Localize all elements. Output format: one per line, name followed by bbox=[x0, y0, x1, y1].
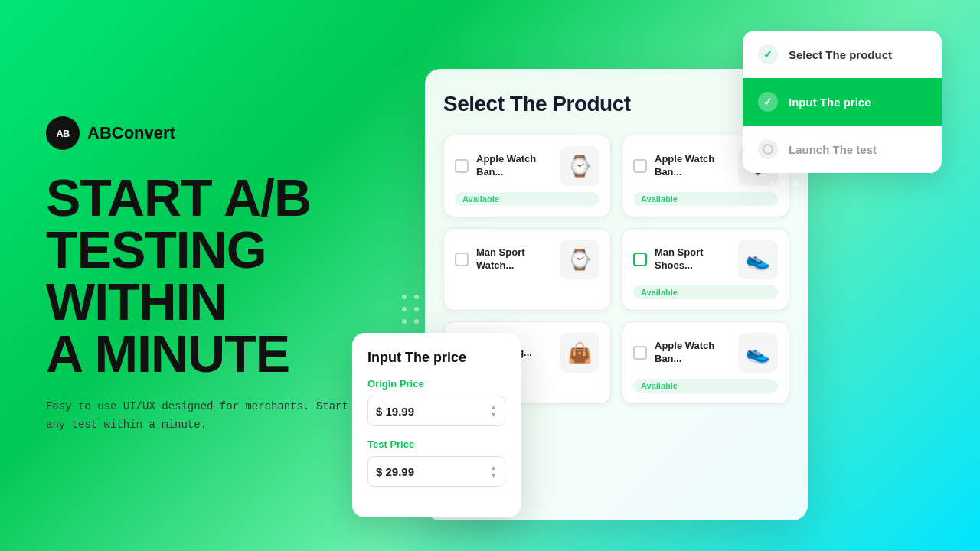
origin-price-input[interactable]: $ 19.99 ▲ ▼ bbox=[368, 396, 505, 426]
decorative-dots-2 bbox=[766, 153, 827, 214]
wizard-panel: ✓ Select The product ✓ Input The price L… bbox=[743, 31, 942, 173]
test-price-label: Test Price bbox=[368, 439, 505, 450]
stepper-down-icon[interactable]: ▼ bbox=[490, 412, 497, 419]
svg-point-3 bbox=[426, 295, 431, 299]
product-image-4: 👟 bbox=[738, 240, 778, 279]
origin-price-stepper[interactable]: ▲ ▼ bbox=[490, 404, 497, 419]
svg-point-2 bbox=[414, 295, 419, 299]
available-badge-6: Available bbox=[633, 379, 778, 393]
product-name-1: Apple Watch Ban... bbox=[476, 153, 552, 179]
product-card-1[interactable]: Apple Watch Ban... ⌚ Available bbox=[443, 135, 611, 217]
stepper-up-icon[interactable]: ▲ bbox=[490, 404, 497, 411]
product-checkbox-6[interactable] bbox=[633, 346, 647, 360]
svg-point-9 bbox=[426, 319, 431, 324]
svg-point-15 bbox=[794, 169, 799, 174]
svg-point-12 bbox=[794, 157, 799, 161]
wizard-step-1-label: Select The product bbox=[789, 48, 892, 61]
svg-point-10 bbox=[769, 157, 774, 161]
logo-icon: AB bbox=[46, 116, 80, 150]
svg-point-16 bbox=[769, 181, 774, 186]
test-price-value: $ 29.99 bbox=[376, 465, 490, 478]
step-active-icon: ✓ bbox=[758, 92, 778, 112]
hero-subtitle: Easy to use UI/UX designed for merchants… bbox=[46, 398, 368, 435]
test-stepper-up-icon[interactable]: ▲ bbox=[490, 465, 497, 471]
product-card-6[interactable]: Apple Watch Ban... 👟 Available bbox=[622, 321, 789, 404]
origin-price-label: Origin Price bbox=[368, 378, 505, 390]
product-checkbox-3[interactable] bbox=[455, 253, 469, 266]
test-stepper-down-icon[interactable]: ▼ bbox=[490, 472, 497, 479]
product-image-1: ⌚ bbox=[560, 146, 599, 186]
svg-point-7 bbox=[402, 319, 407, 324]
product-image-3: ⌚ bbox=[560, 240, 599, 279]
panel-title: Select The Product bbox=[443, 92, 789, 116]
product-name-3: Man Sport Watch... bbox=[476, 246, 552, 272]
price-panel-title: Input The price bbox=[368, 350, 505, 366]
product-checkbox-1[interactable] bbox=[455, 159, 469, 173]
svg-point-18 bbox=[794, 181, 799, 186]
origin-price-value: $ 19.99 bbox=[376, 405, 490, 418]
product-checkbox-4[interactable] bbox=[633, 253, 647, 266]
svg-point-6 bbox=[426, 307, 431, 311]
step-done-icon: ✓ bbox=[758, 44, 778, 64]
wizard-step-2-label: Input The price bbox=[789, 96, 871, 109]
test-price-input[interactable]: $ 29.99 ▲ ▼ bbox=[368, 456, 505, 487]
product-checkbox-2[interactable] bbox=[633, 159, 647, 173]
svg-point-8 bbox=[414, 319, 419, 324]
test-price-stepper[interactable]: ▲ ▼ bbox=[490, 465, 497, 479]
wizard-step-1[interactable]: ✓ Select The product bbox=[743, 31, 942, 78]
product-card-4[interactable]: Man Sport Shoes... 👟 Available bbox=[622, 228, 789, 311]
product-name-2: Apple Watch Ban... bbox=[655, 153, 730, 179]
wizard-step-2[interactable]: ✓ Input The price bbox=[743, 78, 942, 126]
available-badge-1: Available bbox=[455, 192, 599, 206]
hero-title: START A/B TESTING WITHIN A MINUTE bbox=[46, 171, 368, 380]
available-badge-4: Available bbox=[633, 285, 778, 299]
product-name-4: Man Sport Shoes... bbox=[655, 246, 730, 272]
available-badge-2: Available bbox=[633, 192, 778, 206]
left-section: AB ABConvert START A/B TESTING WITHIN A … bbox=[46, 0, 368, 551]
svg-point-11 bbox=[782, 157, 786, 161]
svg-point-17 bbox=[782, 181, 786, 186]
svg-point-4 bbox=[402, 307, 407, 311]
logo: AB ABConvert bbox=[46, 116, 368, 150]
svg-point-14 bbox=[782, 169, 786, 174]
product-image-5: 👜 bbox=[560, 333, 599, 373]
svg-point-13 bbox=[769, 169, 774, 174]
product-image-6: 👟 bbox=[738, 333, 778, 373]
logo-name: ABConvert bbox=[87, 123, 175, 143]
product-name-6: Apple Watch Ban... bbox=[655, 340, 730, 366]
price-panel: Input The price Origin Price $ 19.99 ▲ ▼… bbox=[352, 333, 521, 517]
svg-point-5 bbox=[414, 307, 419, 311]
svg-point-1 bbox=[402, 295, 407, 299]
product-card-3[interactable]: Man Sport Watch... ⌚ bbox=[443, 228, 611, 311]
